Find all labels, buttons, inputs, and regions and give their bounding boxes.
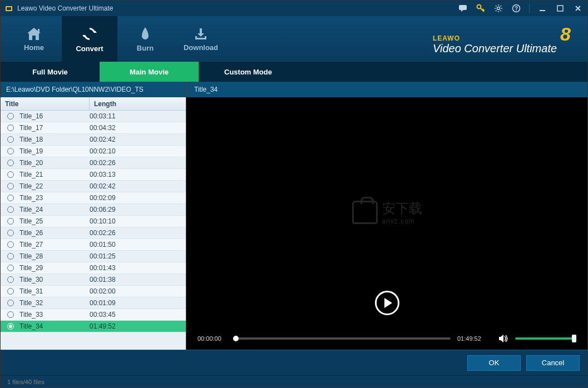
feedback-icon[interactable] [458, 3, 468, 13]
table-row[interactable]: Title_2100:03:13 [1, 169, 186, 181]
table-row[interactable]: Title_2600:02:26 [1, 227, 186, 239]
nav-burn[interactable]: Burn [117, 16, 173, 62]
title-name: Title_20 [19, 159, 90, 167]
table-row[interactable]: Title_2200:02:42 [1, 181, 186, 192]
app-title: Leawo Video Converter Ultimate [17, 4, 458, 12]
title-name: Title_28 [19, 252, 90, 260]
table-row[interactable]: Title_3401:49:52 [1, 321, 186, 332]
dialog-footer: OK Cancel [1, 350, 587, 375]
app-window: Leawo Video Converter Ultimate ? Home Co… [0, 0, 588, 388]
title-length: 00:04:32 [90, 124, 186, 132]
title-length: 00:01:50 [90, 241, 186, 248]
title-length: 00:03:13 [90, 171, 186, 178]
radio-icon [7, 136, 14, 143]
title-length: 00:01:38 [90, 276, 186, 283]
volume-slider[interactable] [515, 337, 576, 340]
table-row[interactable]: Title_3100:02:00 [1, 286, 186, 297]
download-icon [194, 27, 208, 41]
title-name: Title_21 [19, 171, 90, 178]
table-row[interactable]: Title_2700:01:50 [1, 239, 186, 251]
title-length: 00:10:10 [90, 217, 186, 225]
tab-main-movie[interactable]: Main Movie [100, 62, 199, 82]
volume-icon[interactable] [498, 334, 508, 343]
nav-download[interactable]: Download [173, 16, 229, 62]
title-length: 00:02:26 [90, 229, 186, 237]
title-name: Title_31 [19, 287, 90, 295]
app-icon [5, 4, 13, 12]
radio-icon [7, 265, 14, 271]
video-preview: 安下载 anxz.com [186, 97, 587, 327]
seek-bar[interactable] [233, 337, 451, 340]
title-length: 00:02:26 [90, 159, 186, 167]
title-length: 00:02:00 [90, 287, 186, 295]
table-row[interactable]: Title_2400:06:29 [1, 204, 186, 216]
table-row[interactable]: Title_3200:01:09 [1, 297, 186, 309]
tab-custom-mode[interactable]: Custom Mode [199, 62, 298, 82]
title-name: Title_16 [19, 112, 90, 120]
table-row[interactable]: Title_1600:03:11 [1, 111, 186, 122]
svg-rect-13 [200, 28, 202, 34]
status-bar: 1 files/40 files [1, 375, 587, 387]
title-list[interactable]: Title_1600:03:11Title_1700:04:32Title_18… [1, 111, 186, 350]
radio-icon [7, 195, 14, 201]
title-name: Title_18 [19, 136, 90, 143]
radio-icon [7, 288, 14, 295]
table-row[interactable]: Title_2500:10:10 [1, 216, 186, 227]
radio-icon [7, 323, 14, 330]
radio-icon [7, 206, 14, 213]
ok-button[interactable]: OK [467, 355, 521, 371]
help-icon[interactable]: ? [511, 3, 521, 13]
title-name: Title_22 [19, 182, 90, 190]
preview-panel: Title_34 安下载 anxz.com 00:00:00 01:49:52 [186, 82, 587, 350]
register-icon[interactable] [476, 3, 486, 13]
title-name: Title_33 [19, 311, 90, 319]
radio-icon [7, 311, 14, 318]
time-current: 00:00:00 [197, 335, 226, 342]
title-length: 00:01:09 [90, 299, 186, 307]
title-name: Title_34 [19, 322, 90, 330]
table-row[interactable]: Title_1900:02:10 [1, 146, 186, 157]
table-row[interactable]: Title_2900:01:43 [1, 262, 186, 274]
radio-icon [7, 171, 14, 178]
table-row[interactable]: Title_3000:01:38 [1, 274, 186, 286]
table-row[interactable]: Title_1700:04:32 [1, 122, 186, 134]
title-length: 00:03:45 [90, 311, 186, 319]
title-length: 00:02:42 [90, 136, 186, 143]
title-name: Title_29 [19, 264, 90, 272]
settings-icon[interactable] [493, 3, 503, 13]
svg-rect-8 [557, 6, 563, 11]
tab-full-movie[interactable]: Full Movie [1, 62, 100, 82]
radio-icon [7, 218, 14, 225]
table-row[interactable]: Title_2300:02:09 [1, 192, 186, 204]
title-list-panel: E:\Leawo\DVD Folder\QL10NNW2\VIDEO_TS Ti… [1, 82, 186, 350]
main-nav: Home Convert Burn Download LEAWO Video C… [1, 16, 587, 62]
home-icon [26, 27, 42, 41]
table-row[interactable]: Title_2000:02:26 [1, 157, 186, 169]
cancel-button[interactable]: Cancel [526, 355, 580, 371]
svg-rect-12 [205, 36, 206, 38]
title-name: Title_24 [19, 206, 90, 213]
title-name: Title_23 [19, 194, 90, 202]
svg-rect-1 [7, 7, 11, 10]
time-total: 01:49:52 [457, 335, 486, 342]
title-length: 00:03:11 [90, 112, 186, 120]
svg-rect-10 [195, 38, 206, 39]
maximize-button[interactable] [555, 3, 565, 13]
column-length: Length [90, 97, 186, 110]
svg-rect-11 [195, 36, 197, 38]
minimize-button[interactable] [537, 3, 547, 13]
play-button[interactable] [375, 291, 399, 315]
title-name: Title_25 [19, 217, 90, 225]
title-length: 00:06:29 [90, 206, 186, 213]
burn-icon [139, 26, 152, 42]
preview-title: Title_34 [186, 82, 587, 97]
radio-icon [7, 160, 14, 166]
table-row[interactable]: Title_1800:02:42 [1, 134, 186, 146]
table-row[interactable]: Title_2800:01:25 [1, 251, 186, 262]
nav-home[interactable]: Home [6, 16, 62, 62]
table-row[interactable]: Title_3300:03:45 [1, 309, 186, 321]
column-title: Title [1, 97, 90, 110]
nav-convert[interactable]: Convert [62, 16, 117, 62]
radio-icon [7, 241, 14, 248]
close-button[interactable] [573, 3, 583, 13]
